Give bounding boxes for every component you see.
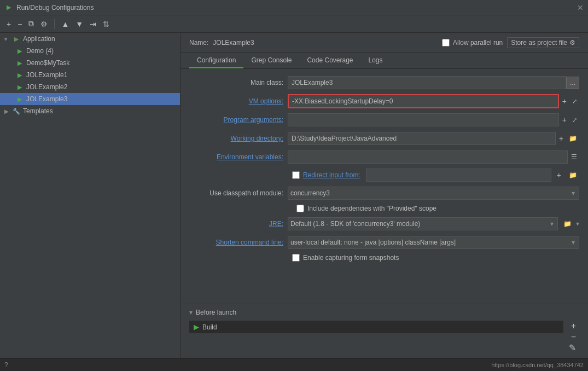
enable-capturing-label: Enable capturing form snapshots [303,254,399,262]
jre-select[interactable]: Default (1.8 - SDK of 'concurrency3' mod… [288,217,558,230]
name-bar: Name: JOLExample3 Allow parallel run Sto… [181,33,588,53]
remove-button[interactable]: − [15,19,24,30]
shorten-cmd-label[interactable]: Shorten command line: [189,239,288,246]
tree-item-demo[interactable]: ▶ Demo (4) [0,45,180,57]
settings-gear-icon: ⚙ [569,39,575,47]
classpath-row: Use classpath of module: concurrency3 [189,186,579,200]
jolexample1-label: JOLExample1 [26,71,67,79]
shorten-cmd-select[interactable]: user-local default: none - java [options… [288,236,579,249]
store-project-container[interactable]: Store as project file ⚙ [507,37,579,48]
main-class-row: Main class: ... [189,76,579,90]
before-launch-header: ▾ Before launch [189,309,579,316]
before-launch-remove-button[interactable]: − [570,332,577,343]
jre-label[interactable]: JRE: [189,220,288,228]
main-class-input[interactable] [288,76,566,89]
run-icon-demomytask: ▶ [15,59,24,67]
include-dep-row: Include dependencies with "Provided" sco… [189,205,579,212]
enable-capturing-checkbox[interactable] [292,254,300,262]
toolbar: + − ⧉ ⚙ ▲ ▼ ⇥ ⇅ [0,15,588,33]
program-arguments-field: + ⤢ [288,113,579,126]
program-arguments-add-button[interactable]: + [560,114,569,125]
classpath-select-wrapper: concurrency3 [288,187,579,200]
main-class-dots-button[interactable]: ... [566,77,579,89]
working-directory-add-button[interactable]: + [557,133,566,144]
name-value: JOLExample3 [213,39,254,47]
run-icon-jolexample1: ▶ [15,71,24,79]
vm-options-label[interactable]: VM options: [189,97,288,105]
program-arguments-label[interactable]: Program arguments: [189,116,288,124]
run-icon-jolexample2: ▶ [15,83,24,91]
add-button[interactable]: + [4,19,13,30]
redirect-input-add-button[interactable]: + [555,170,563,181]
tab-code-coverage[interactable]: Code Coverage [299,53,360,68]
env-variables-input[interactable] [288,150,568,164]
env-variables-folder-button[interactable]: ☰ [569,152,579,162]
classpath-select[interactable]: concurrency3 [288,187,579,200]
vm-options-add-button[interactable]: + [560,96,569,107]
program-arguments-expand-button[interactable]: ⤢ [570,115,579,125]
working-directory-label[interactable]: Working directory: [189,135,288,142]
store-project-label: Store as project file [511,39,567,47]
tabs-bar: Configuration Grep Console Code Coverage… [181,53,588,69]
working-directory-field: + 📁 [288,132,579,145]
before-launch-row: ▶ Build + − ✎ [189,321,579,353]
redirect-input-label[interactable]: Redirect input from: [303,171,360,179]
bottom-url: https://blog.csdn.net/qq_38434742 [491,362,584,368]
tree-item-jolexample3[interactable]: ▶ JOLExample3 [0,93,180,105]
config-content: Main class: ... VM options: + ⤢ [181,69,588,304]
working-directory-input[interactable] [288,132,556,145]
before-launch-label: Before launch [196,309,236,316]
tab-configuration[interactable]: Configuration [189,53,243,68]
tree-item-templates[interactable]: ▶ 🔧 Templates [0,105,180,117]
program-arguments-row: Program arguments: + ⤢ [189,113,579,127]
move-up-button[interactable]: ▲ [59,19,71,30]
templates-arrow: ▶ [4,108,12,114]
redirect-input-checkbox[interactable] [292,171,300,179]
sort-button[interactable]: ⇅ [101,19,112,30]
env-variables-label[interactable]: Environment variables: [189,153,288,161]
build-run-icon: ▶ [194,323,199,331]
redirect-input-field[interactable] [366,169,551,182]
bottom-bar: ? https://blog.csdn.net/qq_38434742 [0,358,588,371]
tab-logs[interactable]: Logs [361,53,391,68]
env-variables-field: ☰ [288,150,579,164]
tree-item-jolexample2[interactable]: ▶ JOLExample2 [0,81,180,93]
wrench-button[interactable]: ⚙ [38,19,50,30]
title-text: Run/Debug Configurations [16,4,94,11]
tree-item-jolexample1[interactable]: ▶ JOLExample1 [0,69,180,81]
move-down-button[interactable]: ▼ [73,19,85,30]
tab-grep-console[interactable]: Grep Console [243,53,299,68]
working-directory-folder-button[interactable]: 📁 [567,134,579,143]
demomytask-label: Demo$MyTask [26,59,69,67]
before-launch-edit-button[interactable]: ✎ [568,343,577,353]
name-label: Name: [189,39,208,47]
allow-parallel-label: Allow parallel run [453,39,503,47]
vm-options-row: VM options: + ⤢ [189,94,579,108]
enable-capturing-row: Enable capturing form snapshots [189,254,579,262]
redirect-input-row: Redirect input from: + 📁 [189,169,579,182]
main-class-label: Main class: [189,79,288,86]
tree-item-application[interactable]: ▾ ▶ Application [0,33,180,45]
main-class-field: ... [288,76,579,89]
shorten-cmd-select-wrapper: user-local default: none - java [options… [288,236,579,249]
application-icon: ▶ [12,34,21,43]
shorten-cmd-row: Shorten command line: user-local default… [189,235,579,250]
help-icon[interactable]: ? [4,361,8,369]
copy-button[interactable]: ⧉ [26,18,36,30]
jolexample2-label: JOLExample2 [26,83,67,91]
redirect-input-folder-button[interactable]: 📁 [567,170,579,180]
right-panel: Name: JOLExample3 Allow parallel run Sto… [181,33,588,358]
application-label: Application [23,35,55,43]
allow-parallel-checkbox[interactable] [442,39,450,47]
jre-row: JRE: Default (1.8 - SDK of 'concurrency3… [189,217,579,231]
close-button[interactable]: ✕ [577,3,584,12]
vm-options-expand-button[interactable]: ⤢ [570,97,579,106]
before-launch-section: ▾ Before launch ▶ Build + − ✎ [181,304,588,358]
include-dep-checkbox[interactable] [296,205,304,212]
tree-item-demomytask[interactable]: ▶ Demo$MyTask [0,57,180,69]
jre-folder-button[interactable]: 📁 [561,219,574,229]
vm-options-input[interactable] [288,94,559,108]
before-launch-add-button[interactable]: + [570,321,577,332]
program-arguments-input[interactable] [288,113,559,126]
move-to-button[interactable]: ⇥ [88,19,98,30]
